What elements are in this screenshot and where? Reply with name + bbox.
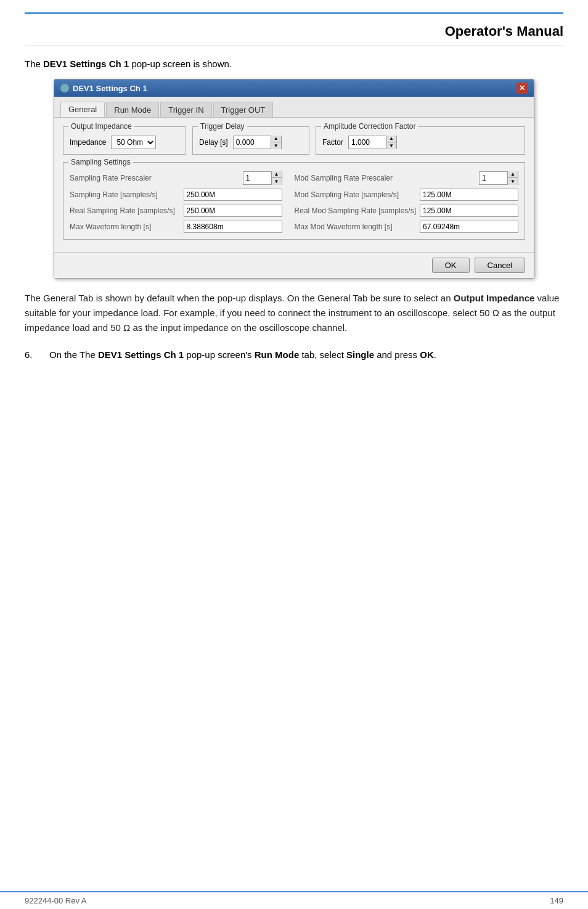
sampling-rate-prescaler-input[interactable]	[243, 172, 271, 184]
sampling-right-col: Mod Sampling Rate Prescaler ▲ ▼	[295, 171, 518, 233]
numbered-item-6: 6. On the The DEV1 Settings Ch 1 pop-up …	[25, 348, 563, 362]
sampling-rate-prescaler-label: Sampling Rate Prescaler	[70, 174, 152, 182]
cancel-button[interactable]: Cancel	[475, 258, 525, 273]
mod-spr-down-btn[interactable]: ▼	[508, 178, 518, 185]
factor-spinner[interactable]: ▲ ▼	[348, 136, 397, 149]
factor-down-btn[interactable]: ▼	[386, 142, 396, 149]
output-impedance-bold: Output Impedance	[454, 293, 535, 303]
tab-general[interactable]: General	[60, 102, 105, 117]
max-waveform-value	[184, 221, 282, 233]
dialog-body: Output Impedance Impedance 50 Ohm High Z…	[54, 118, 534, 252]
sampling-row: Sampling Rate Prescaler ▲ ▼	[70, 171, 282, 185]
sampling-rate-prescaler-btns: ▲ ▼	[271, 171, 282, 185]
mod-sampling-rate-label: Mod Sampling Rate [samples/s]	[295, 190, 399, 199]
mod-spr-up-btn[interactable]: ▲	[508, 171, 518, 178]
item6-bold2: Run Mode	[255, 349, 300, 360]
sampling-row: Mod Sampling Rate [samples/s]	[295, 189, 518, 201]
header-bar	[25, 12, 563, 14]
dialog-footer: OK Cancel	[54, 252, 534, 278]
spr-up-btn[interactable]: ▲	[272, 171, 282, 178]
max-mod-waveform-label: Max Mod Waveform length [s]	[295, 222, 393, 231]
delay-input[interactable]	[234, 136, 271, 149]
mod-sampling-rate-prescaler-input[interactable]	[480, 172, 507, 184]
tab-trigger-out[interactable]: Trigger OUT	[213, 102, 274, 117]
delay-spinner-btns: ▲ ▼	[271, 136, 281, 149]
sampling-rate-value	[184, 189, 282, 201]
impedance-select[interactable]: 50 Ohm High Z	[111, 136, 156, 149]
body-text: The General Tab is shown by default when…	[25, 291, 563, 335]
sampling-rate-prescaler-spinner[interactable]: ▲ ▼	[243, 171, 282, 185]
factor-spinner-btns: ▲ ▼	[386, 136, 396, 149]
tab-run-mode[interactable]: Run Mode	[106, 102, 159, 117]
output-impedance-content: Impedance 50 Ohm High Z	[70, 136, 179, 149]
max-mod-waveform-value	[420, 221, 518, 233]
intro-prefix: The	[25, 59, 43, 69]
page-title: Operator's Manual	[445, 23, 563, 39]
max-waveform-label: Max Waveform length [s]	[70, 222, 151, 231]
real-sampling-rate-label: Real Sampling Rate [samples/s]	[70, 206, 175, 215]
ok-button[interactable]: OK	[432, 258, 470, 273]
trigger-delay-group: Trigger Delay Delay [s] ▲ ▼	[192, 126, 309, 155]
factor-input[interactable]	[349, 136, 386, 149]
delay-up-btn[interactable]: ▲	[271, 136, 281, 142]
mod-sampling-rate-value	[420, 189, 518, 201]
item6-bold1: DEV1 Settings Ch 1	[98, 349, 184, 360]
impedance-field-label: Impedance	[70, 138, 106, 147]
amplitude-correction-label: Amplitude Correction Factor	[321, 122, 418, 131]
real-sampling-rate-value	[184, 205, 282, 217]
sampling-left-col: Sampling Rate Prescaler ▲ ▼ Sa	[70, 171, 282, 233]
tab-trigger-in[interactable]: Trigger IN	[160, 102, 211, 117]
dialog-icon	[60, 84, 69, 92]
dialog-titlebar-left: DEV1 Settings Ch 1	[60, 84, 147, 93]
factor-field-label: Factor	[322, 138, 343, 147]
output-impedance-label: Output Impedance	[68, 122, 134, 131]
item6-text: On the The DEV1 Settings Ch 1 pop-up scr…	[49, 348, 436, 362]
real-mod-sampling-rate-label: Real Mod Sampling Rate [samples/s]	[295, 206, 416, 215]
dialog-window: DEV1 Settings Ch 1 ✕ General Run Mode Tr…	[54, 79, 534, 279]
dialog-close-button[interactable]: ✕	[517, 83, 528, 94]
sampling-row: Real Sampling Rate [samples/s]	[70, 205, 282, 217]
trigger-delay-label: Trigger Delay	[198, 122, 247, 131]
page-title-bar: Operator's Manual	[25, 20, 563, 46]
dialog-title-label: DEV1 Settings Ch 1	[73, 84, 147, 93]
sampling-row: Real Mod Sampling Rate [samples/s]	[295, 205, 518, 217]
trigger-delay-content: Delay [s] ▲ ▼	[199, 136, 303, 149]
item6-bold3: Single	[346, 349, 374, 360]
mod-sampling-rate-prescaler-label: Mod Sampling Rate Prescaler	[295, 174, 393, 182]
mod-sampling-rate-prescaler-spinner[interactable]: ▲ ▼	[479, 171, 518, 185]
delay-spinner[interactable]: ▲ ▼	[233, 136, 282, 149]
intro-bold: DEV1 Settings Ch 1	[43, 59, 129, 69]
factor-up-btn[interactable]: ▲	[386, 136, 396, 142]
spr-down-btn[interactable]: ▼	[272, 178, 282, 185]
mod-spr-btns: ▲ ▼	[507, 171, 518, 185]
sampling-row: Max Mod Waveform length [s]	[295, 221, 518, 233]
footer-right: 149	[550, 896, 563, 905]
sections-row: Output Impedance Impedance 50 Ohm High Z…	[63, 126, 525, 155]
footer-left: 922244-00 Rev A	[25, 896, 86, 905]
sampling-row: Sampling Rate [samples/s]	[70, 189, 282, 201]
dialog-titlebar: DEV1 Settings Ch 1 ✕	[54, 79, 534, 97]
sampling-settings-group: Sampling Settings Sampling Rate Prescale…	[63, 162, 525, 240]
item6-bold4: OK	[420, 349, 434, 360]
item6-number: 6.	[25, 348, 39, 362]
sampling-row: Max Waveform length [s]	[70, 221, 282, 233]
sampling-row: Mod Sampling Rate Prescaler ▲ ▼	[295, 171, 518, 185]
dialog-tabs: General Run Mode Trigger IN Trigger OUT	[54, 97, 534, 118]
amplitude-correction-content: Factor ▲ ▼	[322, 136, 518, 149]
real-mod-sampling-rate-value	[420, 205, 518, 217]
delay-down-btn[interactable]: ▼	[271, 142, 281, 149]
output-impedance-group: Output Impedance Impedance 50 Ohm High Z	[63, 126, 186, 155]
delay-field-label: Delay [s]	[199, 138, 228, 147]
sampling-settings-label: Sampling Settings	[68, 158, 133, 166]
sampling-grid: Sampling Rate Prescaler ▲ ▼ Sa	[70, 171, 518, 233]
sampling-rate-label: Sampling Rate [samples/s]	[70, 190, 158, 199]
intro-text: The DEV1 Settings Ch 1 pop-up screen is …	[25, 59, 563, 69]
amplitude-correction-group: Amplitude Correction Factor Factor ▲ ▼	[316, 126, 525, 155]
intro-suffix: pop-up screen is shown.	[129, 59, 232, 69]
page-container: Operator's Manual The DEV1 Settings Ch 1…	[0, 0, 588, 399]
page-footer: 922244-00 Rev A 149	[0, 891, 588, 909]
